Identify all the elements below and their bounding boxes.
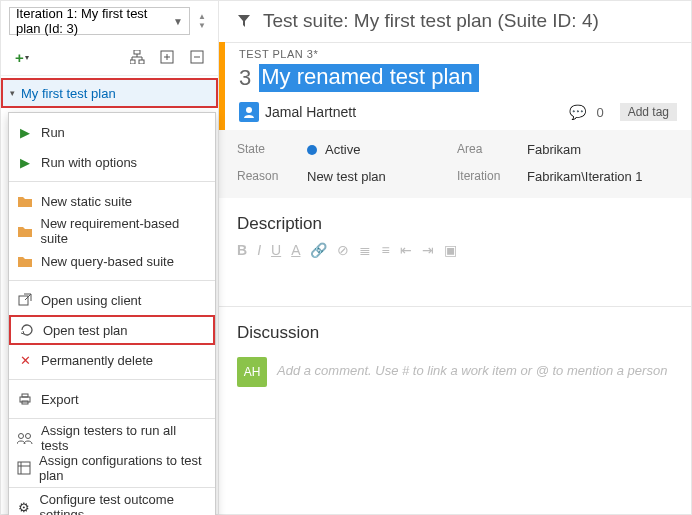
svg-point-10 bbox=[26, 434, 31, 439]
folder-icon bbox=[17, 193, 33, 209]
area-value[interactable]: Fabrikam bbox=[527, 142, 673, 157]
remove-format-button[interactable]: ⊘ bbox=[337, 242, 349, 258]
filter-icon[interactable] bbox=[237, 14, 253, 28]
menu-open-test-plan[interactable]: Open test plan bbox=[9, 315, 215, 345]
menu-label: Run with options bbox=[41, 155, 137, 170]
discussion-placeholder: Add a comment. Use # to link a work item… bbox=[277, 363, 667, 378]
menu-label: Assign configurations to test plan bbox=[39, 453, 205, 483]
menu-run-with-options[interactable]: ▶Run with options bbox=[9, 147, 215, 177]
new-button[interactable]: +▾ bbox=[9, 45, 35, 69]
reason-value[interactable]: New test plan bbox=[307, 169, 447, 184]
svg-rect-2 bbox=[139, 60, 144, 64]
external-icon bbox=[17, 292, 33, 308]
font-color-button[interactable]: A bbox=[291, 242, 300, 258]
current-user-avatar: AH bbox=[237, 357, 267, 387]
play-icon: ▶ bbox=[17, 154, 33, 170]
menu-configure-outcome[interactable]: ⚙Configure test outcome settings bbox=[9, 492, 215, 515]
folder-query-icon bbox=[17, 253, 33, 269]
state-text: Active bbox=[325, 142, 360, 157]
numbered-list-button[interactable]: ≡ bbox=[381, 242, 389, 258]
plus-icon: + bbox=[15, 49, 24, 66]
context-menu: ▶Run ▶Run with options New static suite … bbox=[8, 112, 216, 515]
italic-button[interactable]: I bbox=[257, 242, 261, 258]
left-toolbar: +▾ bbox=[1, 41, 218, 76]
discussion-heading: Discussion bbox=[219, 307, 691, 347]
description-input[interactable] bbox=[219, 266, 691, 306]
chevron-down-icon: ▼ bbox=[173, 16, 183, 27]
svg-rect-11 bbox=[18, 462, 30, 474]
bulleted-list-button[interactable]: ≣ bbox=[359, 242, 371, 258]
discussion-input[interactable]: Add a comment. Use # to link a work item… bbox=[277, 357, 673, 378]
bold-button[interactable]: B bbox=[237, 242, 247, 258]
menu-assign-configurations[interactable]: Assign configurations to test plan bbox=[9, 453, 215, 483]
underline-button[interactable]: U bbox=[271, 242, 281, 258]
avatar bbox=[239, 102, 259, 122]
folder-req-icon bbox=[17, 223, 33, 239]
link-button[interactable]: 🔗 bbox=[310, 242, 327, 258]
svg-rect-0 bbox=[134, 50, 140, 54]
work-item-title-input[interactable]: My renamed test plan bbox=[259, 64, 479, 92]
print-icon bbox=[17, 391, 33, 407]
menu-export[interactable]: Export bbox=[9, 384, 215, 414]
menu-label: New query-based suite bbox=[41, 254, 174, 269]
collapse-button[interactable] bbox=[184, 45, 210, 69]
menu-open-using-client[interactable]: Open using client bbox=[9, 285, 215, 315]
add-tag-button[interactable]: Add tag bbox=[620, 103, 677, 121]
tree-item-my-first-test-plan[interactable]: ▾ My first test plan bbox=[1, 78, 218, 108]
description-heading: Description bbox=[219, 198, 691, 238]
expand-icon bbox=[160, 50, 174, 64]
area-label: Area bbox=[457, 142, 517, 157]
play-icon: ▶ bbox=[17, 124, 33, 140]
menu-label: Open test plan bbox=[43, 323, 128, 338]
menu-run[interactable]: ▶Run bbox=[9, 117, 215, 147]
svg-rect-1 bbox=[130, 60, 135, 64]
comment-count: 0 bbox=[596, 105, 603, 120]
menu-new-static-suite[interactable]: New static suite bbox=[9, 186, 215, 216]
rich-text-toolbar: B I U A 🔗 ⊘ ≣ ≡ ⇤ ⇥ ▣ bbox=[219, 238, 691, 266]
metadata-panel: State Active Area Fabrikam Reason New te… bbox=[219, 130, 691, 198]
reason-label: Reason bbox=[237, 169, 297, 184]
svg-rect-5 bbox=[19, 296, 28, 305]
state-label: State bbox=[237, 142, 297, 157]
menu-label: Assign testers to run all tests bbox=[41, 423, 205, 453]
caret-down-icon[interactable]: ▾ bbox=[5, 88, 19, 98]
tree-clone-button[interactable] bbox=[124, 45, 150, 69]
caret-down-icon: ▾ bbox=[25, 53, 29, 62]
discussion-icon[interactable]: 💬 bbox=[569, 104, 586, 120]
menu-label: Open using client bbox=[41, 293, 141, 308]
menu-label: New static suite bbox=[41, 194, 132, 209]
iteration-dropdown-text: Iteration 1: My first test plan (Id: 3) bbox=[16, 6, 173, 36]
collapse-icon bbox=[190, 50, 204, 64]
expand-button[interactable] bbox=[154, 45, 180, 69]
tree-item-label: My first test plan bbox=[21, 86, 116, 101]
spinner-icon[interactable]: ▲▼ bbox=[198, 10, 212, 32]
status-dot-icon bbox=[307, 145, 317, 155]
svg-point-9 bbox=[19, 434, 24, 439]
menu-label: Configure test outcome settings bbox=[39, 492, 205, 515]
menu-label: New requirement-based suite bbox=[41, 216, 206, 246]
iteration-label: Iteration bbox=[457, 169, 517, 184]
menu-label: Permanently delete bbox=[41, 353, 153, 368]
menu-permanently-delete[interactable]: ✕Permanently delete bbox=[9, 345, 215, 375]
menu-new-requirement-suite[interactable]: New requirement-based suite bbox=[9, 216, 215, 246]
work-item-id: 3 bbox=[239, 65, 251, 91]
iteration-dropdown[interactable]: Iteration 1: My first test plan (Id: 3) … bbox=[9, 7, 190, 35]
menu-assign-testers[interactable]: Assign testers to run all tests bbox=[9, 423, 215, 453]
page-title: Test suite: My first test plan (Suite ID… bbox=[263, 10, 599, 32]
flow-icon bbox=[130, 50, 145, 64]
svg-point-12 bbox=[246, 107, 252, 113]
breadcrumb: TEST PLAN 3* bbox=[239, 48, 677, 60]
iteration-value[interactable]: Fabrikam\Iteration 1 bbox=[527, 169, 673, 184]
people-icon bbox=[17, 430, 33, 446]
gear-icon: ⚙ bbox=[17, 499, 31, 515]
menu-label: Run bbox=[41, 125, 65, 140]
delete-icon: ✕ bbox=[17, 352, 33, 368]
menu-label: Export bbox=[41, 392, 79, 407]
menu-new-query-suite[interactable]: New query-based suite bbox=[9, 246, 215, 276]
state-value[interactable]: Active bbox=[307, 142, 447, 157]
indent-button[interactable]: ⇥ bbox=[422, 242, 434, 258]
open-icon bbox=[19, 322, 35, 338]
outdent-button[interactable]: ⇤ bbox=[400, 242, 412, 258]
assigned-to[interactable]: Jamal Hartnett bbox=[265, 104, 356, 120]
image-button[interactable]: ▣ bbox=[444, 242, 457, 258]
